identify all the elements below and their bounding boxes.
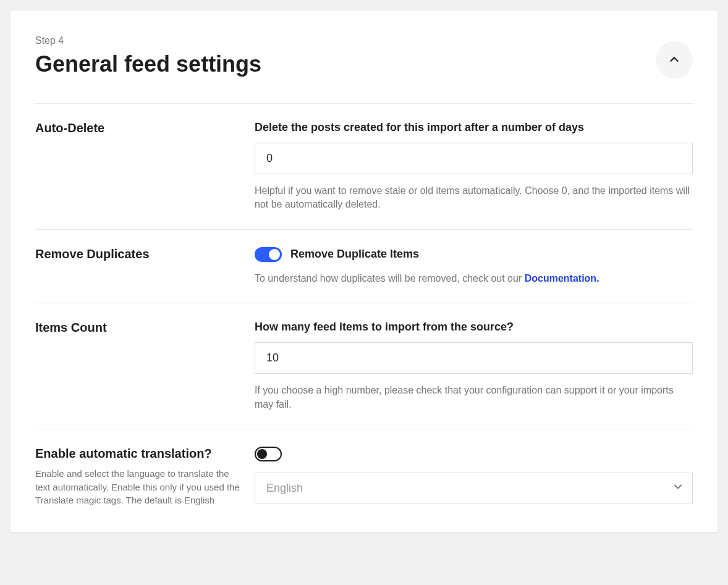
remove-duplicates-help: To understand how duplicates will be rem… (255, 272, 693, 285)
remove-duplicates-label: Remove Duplicates (35, 247, 242, 261)
translation-toggle[interactable] (255, 447, 282, 461)
header: Step 4 General feed settings (35, 35, 693, 104)
items-count-label: Items Count (35, 321, 242, 335)
auto-delete-help: Helpful if you want to remove stale or o… (255, 184, 693, 212)
row-remove-duplicates: Remove Duplicates Remove Duplicate Items… (35, 230, 693, 303)
row-auto-delete: Auto-Delete Delete the posts created for… (35, 104, 693, 230)
items-count-field-label: How many feed items to import from the s… (255, 321, 693, 334)
toggle-knob (257, 449, 267, 459)
language-select-wrap: English (255, 473, 693, 503)
remove-duplicates-toggle-row: Remove Duplicate Items (255, 247, 693, 262)
settings-card: Step 4 General feed settings Auto-Delete… (10, 10, 718, 532)
row-items-count: Items Count How many feed items to impor… (35, 303, 693, 429)
remove-duplicates-toggle-label: Remove Duplicate Items (290, 248, 419, 261)
translation-sub: Enable and select the language to transl… (35, 467, 242, 507)
row-translation: Enable automatic translation? Enable and… (35, 429, 693, 507)
translation-label: Enable automatic translation? (35, 447, 242, 461)
auto-delete-field-label: Delete the posts created for this import… (255, 121, 693, 134)
items-count-input[interactable] (255, 342, 693, 374)
documentation-link[interactable]: Documentation. (525, 273, 599, 284)
step-label: Step 4 (35, 35, 261, 46)
toggle-knob (269, 249, 280, 260)
auto-delete-input[interactable] (255, 143, 693, 174)
auto-delete-label: Auto-Delete (35, 121, 242, 135)
chevron-up-icon (667, 53, 681, 68)
header-titles: Step 4 General feed settings (35, 35, 261, 77)
language-select[interactable]: English (255, 473, 693, 503)
items-count-help: If you choose a high number, please chec… (255, 384, 693, 411)
collapse-button[interactable] (656, 41, 693, 78)
remove-duplicates-toggle[interactable] (255, 247, 282, 262)
page-title: General feed settings (35, 51, 261, 77)
